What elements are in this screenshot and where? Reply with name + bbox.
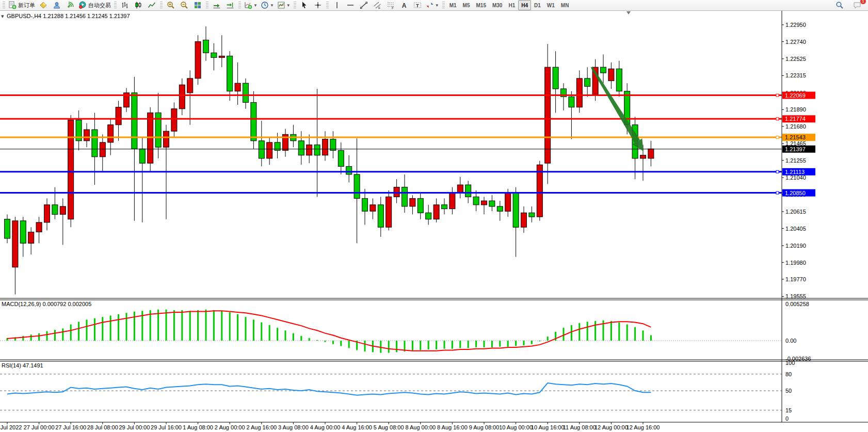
chart-canvas[interactable]: ▾GBPUSD-,H4 1.21288 1.21456 1.21245 1.21… — [0, 11, 868, 432]
svg-text:0: 0 — [785, 415, 789, 422]
svg-text:11 Aug 08:00: 11 Aug 08:00 — [563, 424, 596, 430]
svg-text:1.21255: 1.21255 — [785, 157, 806, 164]
text-button[interactable]: A — [397, 0, 411, 10]
candle-body — [489, 201, 495, 206]
window-collapse-icon[interactable]: ▾ — [1, 13, 4, 19]
candle-body — [60, 206, 66, 215]
candle-body — [529, 213, 535, 217]
chevron-down-icon[interactable]: ▼ — [253, 3, 258, 8]
periods-button[interactable]: ▼ — [259, 0, 276, 10]
zoom-in-button[interactable] — [164, 0, 178, 10]
toolbar-grip[interactable] — [160, 2, 163, 9]
candle-body — [227, 56, 233, 91]
candle-body — [640, 155, 646, 158]
timeframe-M5-button[interactable]: M5 — [460, 0, 473, 10]
svg-text:8 Aug 16:00: 8 Aug 16:00 — [437, 424, 468, 430]
candle-body — [457, 185, 463, 193]
svg-text:4 Aug 00:00: 4 Aug 00:00 — [310, 424, 341, 430]
candle-body — [155, 113, 161, 148]
new-order-icon — [8, 1, 17, 9]
toolbar-group-zoom — [164, 0, 204, 10]
fibonacci-button[interactable]: F — [384, 0, 397, 10]
price-axis-badge: 1.21397 — [782, 146, 815, 153]
chevron-down-icon[interactable]: ▼ — [286, 3, 291, 8]
channel-button[interactable]: E — [371, 0, 384, 10]
svg-text:1.21774: 1.21774 — [785, 116, 806, 122]
candle-body — [362, 198, 368, 211]
candle-body — [164, 131, 169, 147]
trendline-button[interactable] — [357, 0, 371, 10]
candle-body — [569, 97, 574, 107]
toolbar-grip[interactable] — [326, 2, 329, 9]
toolbar-grip[interactable] — [442, 2, 445, 9]
toolbar-grip[interactable] — [114, 2, 117, 9]
search-button[interactable] — [833, 0, 846, 10]
candle-body — [36, 222, 42, 232]
arrows-button[interactable]: ▼ — [424, 0, 441, 10]
zoom-out-button[interactable] — [178, 0, 191, 10]
price-axis-badge: 1.22069 — [782, 92, 815, 99]
crosshair-button[interactable] — [311, 0, 325, 10]
svg-text:5 Aug 08:00: 5 Aug 08:00 — [374, 424, 404, 430]
rsi-indicator-label: RSI(14) 47.1491 — [2, 362, 43, 369]
timeframe-MN-button[interactable]: MN — [558, 0, 572, 10]
candle-body — [171, 109, 177, 131]
chart-shift-button[interactable] — [223, 0, 237, 10]
level-endpoint-handle[interactable] — [776, 136, 779, 139]
candle-body — [553, 67, 558, 89]
svg-text:27 Jul 16:00: 27 Jul 16:00 — [55, 424, 86, 430]
chat-button[interactable]: 1 — [850, 0, 864, 10]
toolbar-grip[interactable] — [294, 2, 296, 9]
bars-button[interactable] — [118, 0, 132, 10]
level-endpoint-handle[interactable] — [776, 170, 779, 173]
metaeditor-button[interactable] — [50, 0, 63, 10]
candle-body — [5, 219, 10, 238]
templates-icon — [277, 1, 285, 9]
level-endpoint-handle[interactable] — [776, 94, 779, 97]
tile-windows-button[interactable] — [191, 0, 204, 10]
templates-button[interactable]: ▼ — [276, 0, 292, 10]
text-label-button[interactable]: T — [411, 0, 424, 10]
hline-button[interactable] — [344, 0, 357, 10]
candle-body — [298, 141, 304, 155]
line-chart-button[interactable] — [145, 0, 158, 10]
timeframe-D1-button[interactable]: D1 — [531, 0, 544, 10]
svg-text:1.21397: 1.21397 — [785, 146, 806, 152]
indicators-button[interactable]: ▼ — [243, 0, 259, 10]
timeframe-H4-button[interactable]: H4 — [518, 0, 531, 10]
svg-text:1.22950: 1.22950 — [785, 22, 806, 28]
candle-body — [267, 142, 272, 158]
vline-button[interactable] — [330, 0, 344, 10]
toolbar-grip[interactable] — [3, 2, 5, 9]
level-endpoint-handle[interactable] — [776, 191, 779, 194]
chevron-down-icon[interactable]: ▼ — [435, 3, 439, 8]
toolbar-grip[interactable] — [206, 2, 208, 9]
toolbar-group-draw: EFAT▼ — [330, 0, 441, 10]
timeframe-H1-button[interactable]: H1 — [505, 0, 518, 10]
candle-body — [259, 141, 264, 158]
candle-body — [187, 78, 193, 93]
cursor-icon — [300, 1, 309, 9]
chevron-down-icon[interactable]: ▼ — [270, 3, 274, 8]
chart-window[interactable]: ▾GBPUSD-,H4 1.21288 1.21456 1.21245 1.21… — [0, 11, 868, 432]
cursor-button[interactable] — [298, 0, 311, 10]
timeframe-M1-button[interactable]: M1 — [446, 0, 460, 10]
candle-body — [449, 193, 455, 209]
svg-text:1.21680: 1.21680 — [785, 123, 806, 130]
svg-text:12 Aug 16:00: 12 Aug 16:00 — [626, 424, 660, 430]
svg-text:1.19770: 1.19770 — [785, 276, 806, 282]
timeframe-M15-button[interactable]: M15 — [473, 0, 489, 10]
timeframe-W1-button[interactable]: W1 — [544, 0, 558, 10]
candle-body — [505, 193, 511, 212]
auto-scroll-button[interactable] — [210, 0, 223, 10]
autotrading-button[interactable]: 自动交易 — [77, 0, 112, 10]
level-endpoint-handle[interactable] — [776, 118, 779, 120]
candles-button[interactable] — [132, 0, 145, 10]
candle-body — [132, 93, 137, 149]
signals-button[interactable] — [63, 0, 77, 10]
toolbar-grip[interactable] — [238, 2, 241, 9]
profile-button[interactable] — [37, 0, 50, 10]
new-order-button[interactable]: 新订单 — [7, 0, 37, 10]
timeframe-M30-button[interactable]: M30 — [489, 0, 505, 10]
candle-body — [370, 205, 376, 211]
